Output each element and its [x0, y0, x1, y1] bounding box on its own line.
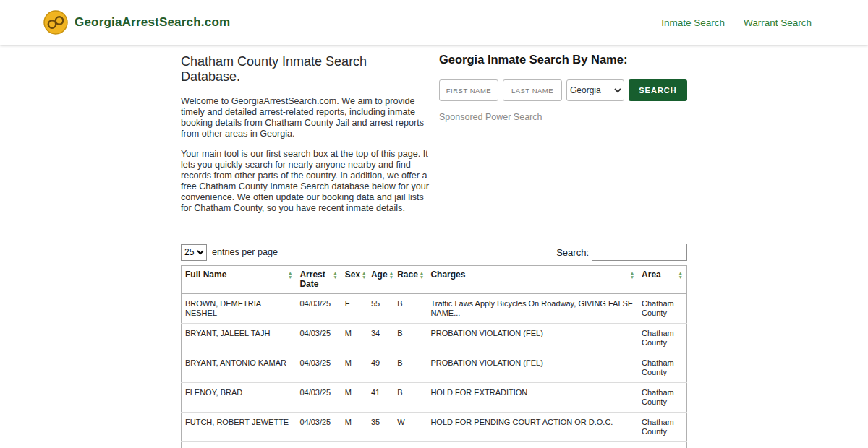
sort-icon[interactable]: ▲▼: [389, 270, 393, 280]
last-name-input[interactable]: [503, 79, 562, 101]
search-panel: Georgia Inmate Search By Name: Georgia S…: [439, 53, 687, 223]
cell-sex: M: [341, 442, 367, 448]
table-row: FLENOY, BRAD 04/03/25 M 41 B HOLD FOR EX…: [182, 383, 687, 413]
entries-per-page-label: entries per page: [212, 247, 278, 257]
column-header-charges[interactable]: Charges▲▼: [427, 266, 638, 294]
table-search-label: Search:: [556, 247, 589, 258]
sort-icon[interactable]: ▲▼: [420, 270, 424, 280]
sponsored-text: Sponsored Power Search: [439, 112, 687, 122]
cell-age: 55: [367, 294, 393, 324]
column-header-area[interactable]: Area▲▼: [638, 266, 686, 294]
cell-race: B: [393, 294, 427, 324]
logo-icon: [43, 10, 68, 35]
cell-area: Chatham County: [638, 353, 686, 383]
table-controls: 25 entries per page Search:: [181, 244, 687, 261]
cell-charges: HOLD FOR PENDING COURT ACTION OR D.O.C.: [427, 413, 638, 442]
table-row: GIBSON, CHRISTOPHER BLAKE 04/03/25 M 42 …: [182, 442, 687, 448]
entries-per-page-select[interactable]: 25: [181, 244, 207, 261]
cell-race: B: [393, 353, 427, 383]
cell-charges: CRIMINAL TRESPASS: [427, 442, 638, 448]
cell-area: Chatham County: [638, 324, 686, 353]
main-content: Chatham County Inmate Search Database. W…: [181, 45, 687, 448]
cell-charges: PROBATION VIOLATION (FEL): [427, 353, 638, 383]
cell-full-name: BRYANT, JALEEL TAJH: [182, 324, 297, 353]
cell-full-name: GIBSON, CHRISTOPHER BLAKE: [182, 442, 297, 448]
table-row: BROWN, DEMETRIA NESHEL 04/03/25 F 55 B T…: [182, 294, 687, 324]
cell-arrest-date: 04/03/25: [296, 294, 341, 324]
cell-full-name: FLENOY, BRAD: [182, 383, 297, 413]
cell-race: B: [393, 383, 427, 413]
sort-icon[interactable]: ▲▼: [288, 270, 292, 280]
cell-age: 41: [367, 383, 393, 413]
cell-sex: M: [341, 413, 367, 442]
cell-age: 34: [367, 324, 393, 353]
cell-arrest-date: 04/03/25: [296, 442, 341, 448]
cell-area: Chatham County: [638, 413, 686, 442]
cell-charges: PROBATION VIOLATION (FEL): [427, 324, 638, 353]
column-header-arrest-date[interactable]: Arrest Date▲▼: [296, 266, 341, 294]
logo[interactable]: GeorgiaArrestSearch.com: [43, 10, 230, 35]
column-label: Charges: [430, 270, 465, 280]
cell-arrest-date: 04/03/25: [296, 324, 341, 353]
intro-paragraph-1: Welcome to GeorgiaArrestSearch.com. We a…: [181, 96, 430, 139]
nav-inmate-search[interactable]: Inmate Search: [661, 17, 725, 28]
cell-charges: Traffic Laws Apply Bicycles On Roadway, …: [427, 294, 638, 324]
sort-icon[interactable]: ▲▼: [678, 270, 683, 280]
logo-text: GeorgiaArrestSearch.com: [75, 15, 230, 30]
cell-sex: M: [341, 383, 367, 413]
sort-icon[interactable]: ▲▼: [333, 270, 337, 289]
table-header-row: Full Name▲▼ Arrest Date▲▼ Sex▲▼ Age▲▼ Ra…: [182, 266, 687, 294]
cell-age: 49: [367, 353, 393, 383]
first-name-input[interactable]: [439, 79, 498, 101]
intro-section: Chatham County Inmate Search Database. W…: [181, 53, 430, 223]
column-label: Race: [397, 270, 418, 280]
cell-age: 42: [367, 442, 393, 448]
cell-arrest-date: 04/03/25: [296, 353, 341, 383]
top-nav: Inmate Search Warrant Search: [661, 17, 812, 28]
column-label: Arrest Date: [299, 270, 331, 289]
column-header-race[interactable]: Race▲▼: [393, 266, 427, 294]
table-row: BRYANT, ANTONIO KAMAR 04/03/25 M 49 B PR…: [182, 353, 687, 383]
cell-sex: M: [341, 353, 367, 383]
sort-icon[interactable]: ▲▼: [630, 270, 634, 280]
cell-sex: F: [341, 294, 367, 324]
column-label: Sex: [345, 270, 360, 280]
table-search-input[interactable]: [592, 244, 687, 261]
cell-charges: HOLD FOR EXTRADITION: [427, 383, 638, 413]
site-header: GeorgiaArrestSearch.com Inmate Search Wa…: [0, 0, 868, 45]
column-header-sex[interactable]: Sex▲▼: [341, 266, 367, 294]
cell-race: B: [393, 324, 427, 353]
column-header-full-name[interactable]: Full Name▲▼: [182, 266, 297, 294]
search-button[interactable]: SEARCH: [629, 79, 687, 101]
search-panel-title: Georgia Inmate Search By Name:: [439, 53, 687, 66]
column-label: Age: [371, 270, 388, 280]
inmate-table: Full Name▲▼ Arrest Date▲▼ Sex▲▼ Age▲▼ Ra…: [181, 265, 687, 448]
intro-paragraph-2: Your main tool is our first search box a…: [181, 149, 430, 214]
cell-sex: M: [341, 324, 367, 353]
cell-full-name: BROWN, DEMETRIA NESHEL: [182, 294, 297, 324]
page-title: Chatham County Inmate Search Database.: [181, 54, 430, 85]
cell-area: Chatham County: [638, 294, 686, 324]
cell-area: Chatham County: [638, 442, 686, 448]
cell-race: W: [393, 442, 427, 448]
table-row: FUTCH, ROBERT JEWETTE 04/03/25 M 35 W HO…: [182, 413, 687, 442]
cell-arrest-date: 04/03/25: [296, 413, 341, 442]
cell-arrest-date: 04/03/25: [296, 383, 341, 413]
column-header-age[interactable]: Age▲▼: [367, 266, 393, 294]
nav-warrant-search[interactable]: Warrant Search: [744, 17, 812, 28]
cell-full-name: BRYANT, ANTONIO KAMAR: [182, 353, 297, 383]
state-select[interactable]: Georgia: [566, 79, 624, 101]
cell-full-name: FUTCH, ROBERT JEWETTE: [182, 413, 297, 442]
column-label: Full Name: [185, 270, 226, 280]
cell-race: W: [393, 413, 427, 442]
sort-icon[interactable]: ▲▼: [362, 270, 366, 280]
cell-area: Chatham County: [638, 383, 686, 413]
table-row: BRYANT, JALEEL TAJH 04/03/25 M 34 B PROB…: [182, 324, 687, 353]
column-label: Area: [642, 270, 661, 280]
name-search-form: Georgia SEARCH: [439, 79, 687, 101]
cell-age: 35: [367, 413, 393, 442]
